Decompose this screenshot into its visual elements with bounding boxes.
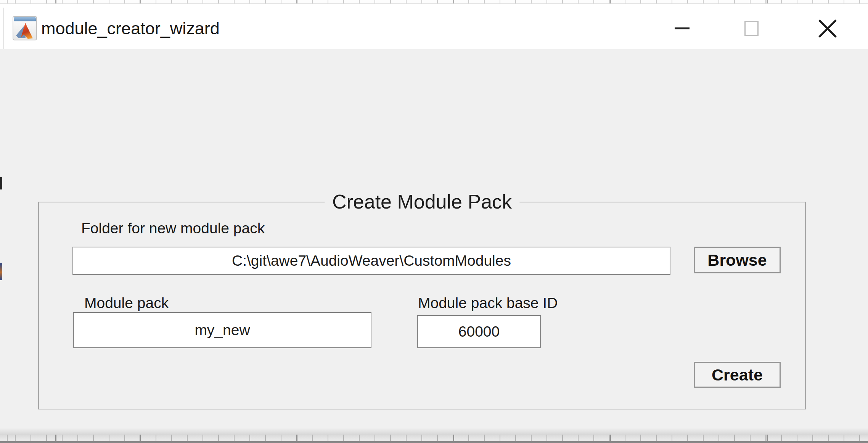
window-drop-shadow bbox=[0, 428, 868, 435]
maximize-button bbox=[735, 12, 766, 45]
folder-path-input[interactable] bbox=[72, 247, 670, 275]
create-button[interactable]: Create bbox=[694, 362, 781, 388]
background-ruler-bottom bbox=[0, 435, 868, 443]
close-icon bbox=[809, 12, 847, 45]
screen: module_creator_wizard Create Module Pack… bbox=[0, 0, 868, 443]
groupbox-title: Create Module Pack bbox=[325, 188, 519, 215]
minimize-button[interactable] bbox=[667, 12, 697, 45]
app-icon-titlebar-strip bbox=[14, 17, 36, 21]
close-window-button[interactable] bbox=[809, 12, 847, 45]
matlab-membrane-logo-icon bbox=[16, 23, 34, 39]
background-artifact bbox=[0, 263, 2, 280]
window-border bbox=[3, 8, 4, 53]
window-titlebar[interactable]: module_creator_wizard bbox=[0, 3, 868, 49]
folder-field-label: Folder for new module pack bbox=[81, 219, 265, 238]
browse-button[interactable]: Browse bbox=[694, 247, 781, 273]
module-pack-input[interactable] bbox=[73, 312, 371, 348]
minimize-icon bbox=[675, 27, 690, 29]
window-title: module_creator_wizard bbox=[41, 18, 220, 39]
create-module-pack-groupbox: Create Module Pack Folder for new module… bbox=[38, 202, 806, 409]
matlab-app-icon bbox=[13, 16, 37, 40]
base-id-input[interactable] bbox=[417, 315, 541, 348]
background-artifact bbox=[0, 177, 2, 189]
base-id-label: Module pack base ID bbox=[418, 294, 558, 312]
module-pack-label: Module pack bbox=[84, 294, 169, 312]
dialog-client-area: Create Module Pack Folder for new module… bbox=[0, 49, 868, 435]
background-ruler-top bbox=[0, 0, 868, 3]
maximize-icon bbox=[744, 21, 759, 36]
